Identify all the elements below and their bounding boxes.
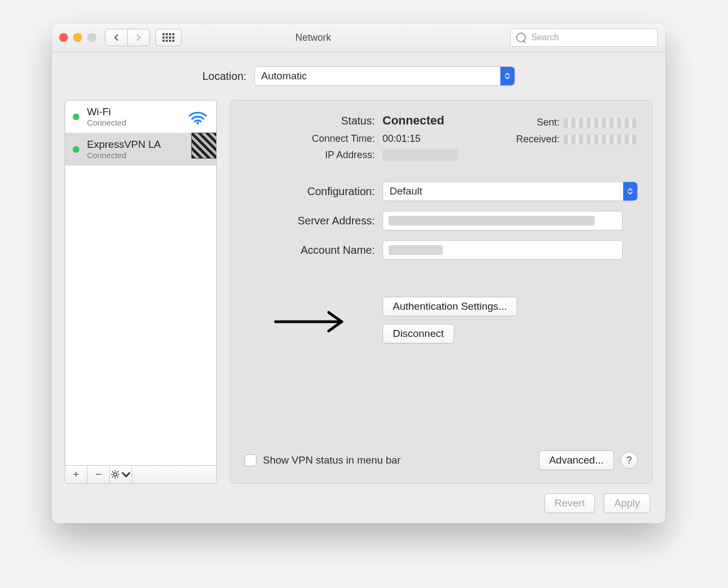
configuration-select[interactable]: Default: [382, 182, 638, 201]
status-label: Status:: [244, 115, 382, 127]
sidebar-item-status: Connected: [87, 118, 187, 127]
svg-line-9: [117, 471, 118, 472]
account-name-label: Account Name:: [244, 244, 382, 257]
sidebar-item-expressvpn[interactable]: ExpressVPN LA Connected: [65, 133, 216, 166]
sent-label: Sent:: [537, 117, 560, 128]
wifi-icon: [187, 109, 209, 124]
window-controls: [59, 33, 96, 42]
authentication-settings-button[interactable]: Authentication Settings...: [382, 297, 517, 316]
advanced-button[interactable]: Advanced...: [539, 451, 614, 470]
sidebar-actions-menu[interactable]: [110, 466, 132, 483]
sent-bars-icon: [564, 118, 638, 128]
show-vpn-menubar-label: Show VPN status in menu bar: [263, 454, 400, 466]
chevron-left-icon: [113, 34, 120, 41]
svg-point-0: [197, 122, 199, 124]
titlebar: Network: [52, 23, 666, 52]
interfaces-sidebar: Wi-Fi Connected: [65, 100, 217, 484]
disconnect-button[interactable]: Disconnect: [382, 324, 454, 343]
search-field-wrap[interactable]: [510, 28, 658, 47]
zoom-window-button[interactable]: [87, 33, 96, 42]
remove-interface-button[interactable]: −: [87, 466, 110, 483]
traffic-stats: Sent: Received:: [516, 117, 638, 145]
server-address-label: Server Address:: [244, 215, 382, 227]
svg-line-6: [112, 471, 113, 472]
status-dot-icon: [73, 114, 79, 120]
location-select[interactable]: Automatic: [254, 66, 515, 86]
vpn-lock-icon: [187, 140, 209, 159]
connect-time-value: 00:01:15: [382, 133, 421, 145]
received-bars-icon: [564, 135, 638, 145]
minimize-window-button[interactable]: [73, 33, 82, 42]
svg-line-7: [117, 477, 118, 478]
revert-button[interactable]: Revert: [544, 493, 595, 513]
location-label: Location:: [202, 70, 246, 83]
details-panel: Status: Connected Connect Time: 00:01:15…: [230, 100, 652, 484]
help-button[interactable]: ?: [620, 452, 638, 469]
location-select-value: Automatic: [261, 70, 307, 82]
interfaces-list[interactable]: Wi-Fi Connected: [65, 100, 217, 465]
show-vpn-menubar-checkbox[interactable]: [244, 454, 256, 466]
sidebar-item-name: Wi-Fi: [87, 106, 187, 118]
server-address-input[interactable]: [382, 211, 623, 230]
updown-stepper-icon: [623, 182, 637, 201]
configuration-select-value: Default: [390, 185, 422, 197]
gear-icon: [110, 470, 120, 479]
search-input[interactable]: [530, 32, 652, 43]
configuration-label: Configuration:: [244, 185, 382, 198]
chevron-down-icon: [121, 470, 131, 479]
sidebar-toolbar-spacer: [132, 466, 216, 483]
svg-point-1: [114, 473, 117, 476]
search-icon: [516, 33, 526, 42]
updown-stepper-icon: [500, 67, 514, 85]
location-row: Location: Automatic: [65, 66, 652, 86]
ip-address-label: IP Address:: [244, 149, 382, 161]
svg-line-8: [112, 477, 113, 478]
sidebar-toolbar: + −: [65, 465, 217, 484]
sidebar-item-wifi[interactable]: Wi-Fi Connected: [65, 101, 216, 133]
apply-button[interactable]: Apply: [604, 493, 650, 513]
close-window-button[interactable]: [59, 33, 68, 42]
received-label: Received:: [516, 134, 560, 145]
network-preferences-window: Network Location: Automatic: [52, 23, 666, 523]
window-title: Network: [122, 32, 505, 43]
sidebar-item-status: Connected: [87, 151, 187, 160]
account-name-input[interactable]: [382, 240, 623, 260]
status-value: Connected: [382, 114, 444, 128]
ip-address-value: [382, 149, 459, 161]
sidebar-item-name: ExpressVPN LA: [87, 139, 187, 151]
status-dot-icon: [73, 146, 79, 153]
window-footer: Revert Apply: [65, 484, 652, 513]
add-interface-button[interactable]: +: [65, 466, 87, 483]
connect-time-label: Connect Time:: [244, 133, 382, 145]
